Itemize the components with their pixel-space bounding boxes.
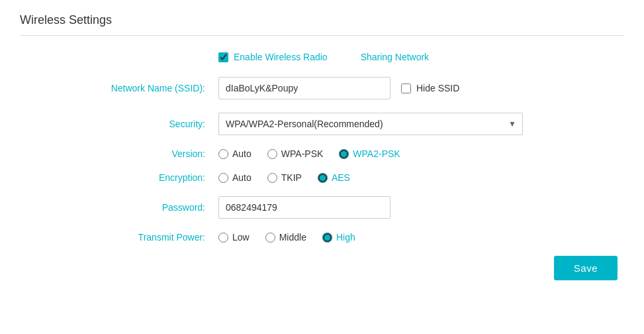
enable-wireless-checkbox[interactable] xyxy=(218,52,228,62)
encryption-auto-radio[interactable] xyxy=(218,173,228,183)
enable-wireless-text: Enable Wireless Radio xyxy=(234,52,328,62)
transmit-high-label: High xyxy=(336,232,355,243)
network-name-input[interactable] xyxy=(218,77,391,99)
save-button[interactable]: Save xyxy=(554,256,618,280)
security-select-wrapper: WPA/WPA2-Personal(Recommended) WPA2-Pers… xyxy=(218,113,523,135)
save-btn-row: Save xyxy=(20,256,624,280)
encryption-tkip-radio[interactable] xyxy=(267,173,277,183)
version-wpapsk-radio[interactable] xyxy=(267,149,277,159)
transmit-power-radio-group: Low Middle High xyxy=(218,232,618,243)
transmit-power-label: Transmit Power: xyxy=(26,232,218,243)
encryption-aes[interactable]: AES xyxy=(318,172,350,183)
transmit-power-middle[interactable]: Middle xyxy=(265,232,306,243)
version-auto[interactable]: Auto xyxy=(218,148,252,159)
enable-wireless-label[interactable]: Enable Wireless Radio xyxy=(218,52,328,62)
password-row: Password: xyxy=(26,196,618,219)
password-input[interactable] xyxy=(218,196,391,219)
divider xyxy=(20,35,624,36)
network-name-row: Network Name (SSID): Hide SSID xyxy=(26,77,618,99)
encryption-label: Encryption: xyxy=(26,172,218,183)
encryption-radio-group: Auto TKIP AES xyxy=(218,172,618,183)
transmit-power-high[interactable]: High xyxy=(322,232,355,243)
version-wpapsk-label: WPA-PSK xyxy=(281,148,324,159)
version-control: Auto WPA-PSK WPA2-PSK xyxy=(218,148,618,159)
form-section: Enable Wireless Radio Sharing Network Ne… xyxy=(20,52,624,243)
wireless-settings-panel: Wireless Settings Enable Wireless Radio … xyxy=(0,0,644,294)
encryption-aes-label: AES xyxy=(332,172,350,183)
version-wpa2-psk[interactable]: WPA2-PSK xyxy=(339,148,400,159)
transmit-power-control: Low Middle High xyxy=(218,232,618,243)
top-options-row: Enable Wireless Radio Sharing Network xyxy=(218,52,618,62)
network-name-label: Network Name (SSID): xyxy=(26,83,218,93)
version-wpa-psk[interactable]: WPA-PSK xyxy=(267,148,324,159)
version-auto-label: Auto xyxy=(232,148,252,159)
hide-ssid-label: Hide SSID xyxy=(416,83,459,93)
encryption-tkip-label: TKIP xyxy=(281,172,302,183)
version-wpa2psk-radio[interactable] xyxy=(339,149,349,159)
security-row: Security: WPA/WPA2-Personal(Recommended)… xyxy=(26,113,618,135)
encryption-row: Encryption: Auto TKIP AES xyxy=(26,172,618,183)
transmit-middle-radio[interactable] xyxy=(265,233,275,243)
transmit-low-label: Low xyxy=(232,232,250,243)
page-title: Wireless Settings xyxy=(20,13,624,27)
sharing-network-link[interactable]: Sharing Network xyxy=(361,52,430,62)
transmit-high-radio[interactable] xyxy=(322,233,332,243)
security-control: WPA/WPA2-Personal(Recommended) WPA2-Pers… xyxy=(218,113,618,135)
encryption-auto-label: Auto xyxy=(232,172,252,183)
encryption-aes-radio[interactable] xyxy=(318,173,328,183)
encryption-control: Auto TKIP AES xyxy=(218,172,618,183)
security-select[interactable]: WPA/WPA2-Personal(Recommended) WPA2-Pers… xyxy=(218,113,523,135)
version-row: Version: Auto WPA-PSK WPA2-PSK xyxy=(26,148,618,159)
transmit-power-low[interactable]: Low xyxy=(218,232,250,243)
password-label: Password: xyxy=(26,202,218,213)
version-label: Version: xyxy=(26,148,218,159)
transmit-low-radio[interactable] xyxy=(218,233,228,243)
encryption-auto[interactable]: Auto xyxy=(218,172,252,183)
transmit-power-row: Transmit Power: Low Middle High xyxy=(26,232,618,243)
version-auto-radio[interactable] xyxy=(218,149,228,159)
version-wpa2psk-label: WPA2-PSK xyxy=(353,148,400,159)
version-radio-group: Auto WPA-PSK WPA2-PSK xyxy=(218,148,618,159)
encryption-tkip[interactable]: TKIP xyxy=(267,172,302,183)
network-name-control: Hide SSID xyxy=(218,77,618,99)
password-control xyxy=(218,196,618,219)
hide-ssid-group: Hide SSID xyxy=(401,83,459,93)
hide-ssid-checkbox[interactable] xyxy=(401,84,411,93)
transmit-middle-label: Middle xyxy=(279,232,306,243)
security-label: Security: xyxy=(26,119,218,129)
